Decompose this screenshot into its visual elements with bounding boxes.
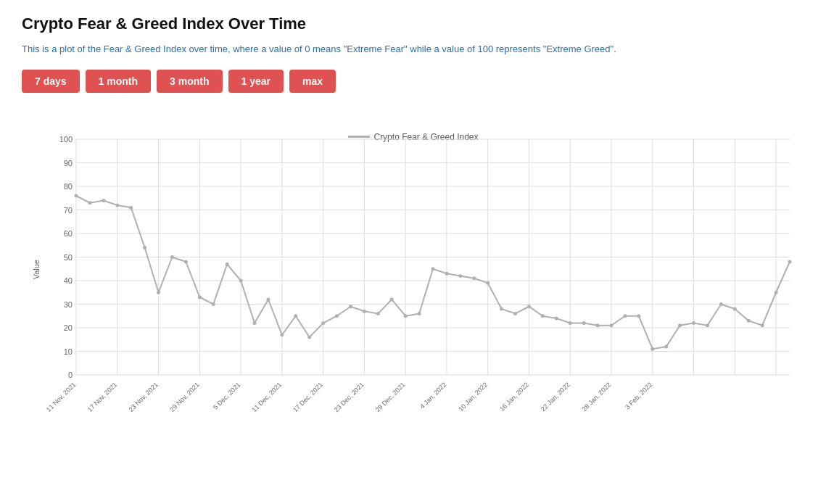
svg-point-69 (266, 297, 270, 301)
svg-point-91 (569, 321, 572, 325)
page-subtitle: This is a plot of the Fear & Greed Index… (22, 42, 804, 57)
svg-point-61 (157, 290, 160, 294)
svg-point-92 (582, 321, 586, 325)
svg-text:10: 10 (64, 347, 73, 355)
btn-3month[interactable]: 3 month (157, 70, 222, 93)
svg-point-88 (527, 305, 531, 308)
svg-text:5 Dec, 2021: 5 Dec, 2021 (212, 381, 241, 410)
svg-text:29 Nov, 2021: 29 Nov, 2021 (168, 381, 200, 413)
svg-point-64 (198, 295, 202, 299)
svg-point-99 (678, 323, 682, 327)
svg-point-58 (115, 203, 119, 207)
svg-point-65 (212, 302, 215, 306)
svg-point-106 (775, 290, 778, 294)
svg-point-72 (307, 335, 311, 339)
svg-text:22 Jan, 2022: 22 Jan, 2022 (540, 381, 571, 413)
svg-point-60 (143, 246, 146, 249)
svg-point-98 (664, 344, 668, 348)
svg-point-78 (390, 297, 394, 301)
svg-point-67 (239, 278, 243, 282)
svg-point-55 (75, 194, 78, 197)
svg-point-81 (431, 267, 435, 270)
svg-point-57 (102, 199, 105, 202)
svg-point-77 (376, 312, 380, 315)
btn-max[interactable]: max (289, 70, 336, 93)
svg-point-94 (610, 323, 614, 327)
btn-1month[interactable]: 1 month (86, 70, 151, 93)
svg-text:11 Dec, 2021: 11 Dec, 2021 (250, 381, 283, 413)
svg-point-59 (129, 205, 133, 209)
page-title: Crypto Fear & Greed Index Over Time (22, 15, 804, 33)
svg-text:80: 80 (64, 182, 73, 191)
btn-1year[interactable]: 1 year (228, 70, 284, 93)
svg-point-79 (404, 314, 408, 318)
svg-point-68 (253, 321, 257, 325)
svg-point-85 (486, 281, 490, 284)
svg-point-103 (733, 307, 737, 310)
svg-text:0: 0 (68, 371, 73, 379)
btn-7days[interactable]: 7 days (22, 70, 80, 93)
svg-text:10 Jan, 2022: 10 Jan, 2022 (457, 381, 489, 413)
svg-point-104 (747, 318, 751, 322)
svg-text:29 Dec, 2021: 29 Dec, 2021 (374, 381, 407, 413)
svg-text:3 Feb, 2022: 3 Feb, 2022 (624, 381, 653, 410)
time-range-buttons: 7 days 1 month 3 month 1 year max (22, 70, 804, 93)
svg-point-56 (88, 201, 91, 205)
svg-point-74 (335, 314, 339, 318)
y-axis-label: Value (32, 260, 41, 279)
svg-point-101 (706, 323, 709, 327)
svg-point-84 (472, 276, 476, 280)
svg-text:70: 70 (64, 205, 73, 214)
svg-text:90: 90 (64, 158, 73, 167)
svg-text:23 Dec, 2021: 23 Dec, 2021 (333, 381, 365, 413)
svg-point-83 (458, 274, 462, 278)
svg-point-70 (280, 333, 284, 336)
svg-text:40: 40 (64, 276, 73, 285)
chart-area: 010203040506070809010011 Nov, 202117 Nov… (51, 132, 797, 408)
svg-text:28 Jan, 2022: 28 Jan, 2022 (581, 381, 613, 413)
svg-text:16 Jan, 2022: 16 Jan, 2022 (498, 381, 530, 413)
svg-text:17 Nov, 2021: 17 Nov, 2021 (86, 381, 118, 413)
svg-text:11 Nov, 2021: 11 Nov, 2021 (45, 381, 77, 413)
svg-text:100: 100 (59, 135, 73, 144)
svg-point-100 (692, 321, 695, 325)
svg-point-96 (637, 314, 640, 318)
svg-point-80 (418, 312, 421, 315)
svg-point-102 (719, 302, 723, 306)
svg-point-75 (349, 305, 352, 308)
svg-point-63 (184, 260, 188, 263)
svg-point-62 (170, 255, 174, 259)
svg-text:20: 20 (64, 323, 73, 332)
svg-point-82 (445, 271, 448, 275)
svg-point-93 (596, 323, 600, 327)
chart-container: Crypto Fear & Greed Index Value 01020304… (22, 110, 804, 444)
svg-point-89 (541, 314, 545, 318)
svg-point-71 (294, 314, 297, 318)
svg-point-95 (623, 314, 627, 318)
svg-point-76 (363, 309, 366, 313)
svg-point-66 (226, 262, 229, 265)
svg-point-105 (761, 323, 764, 327)
svg-point-86 (500, 307, 503, 310)
svg-text:30: 30 (64, 299, 73, 308)
svg-point-107 (788, 260, 792, 263)
svg-point-90 (555, 316, 558, 320)
svg-point-87 (513, 312, 517, 315)
svg-text:23 Nov, 2021: 23 Nov, 2021 (127, 381, 159, 413)
svg-point-97 (651, 347, 654, 350)
svg-point-73 (321, 321, 325, 325)
chart-svg: 010203040506070809010011 Nov, 202117 Nov… (51, 132, 797, 408)
svg-text:60: 60 (64, 229, 73, 238)
svg-text:17 Dec, 2021: 17 Dec, 2021 (292, 381, 324, 413)
svg-text:50: 50 (64, 252, 73, 261)
svg-text:4 Jan, 2022: 4 Jan, 2022 (418, 381, 447, 410)
